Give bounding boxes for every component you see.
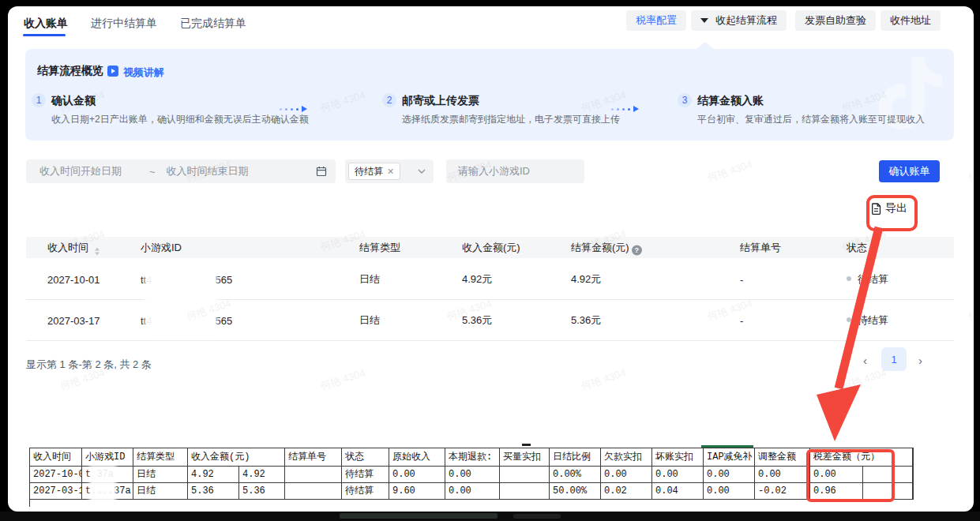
sheet-cell: 0.00% [550,467,601,483]
sheet-header-cell: 收入金额(元) [188,448,285,467]
status-select[interactable]: 待结算 ✕ [345,159,434,183]
cell-order-no: - [740,273,743,285]
sheet-cell: 待结算 [342,483,389,500]
sheet-cell [285,467,342,483]
collapse-flow-button[interactable]: 收起结算流程 [691,10,787,31]
cell-income-time: 2027-10-01 [47,273,100,285]
cell-income-amount: 4.92元 [462,272,492,287]
tab-bar: 收入账单 进行中结算单 已完成结算单 [24,17,246,31]
sheet-header-cell: 本期退款: [445,448,500,467]
confirm-bill-button[interactable]: 确认账单 [879,160,940,182]
sheet-cell: 9.60 [389,483,445,500]
watermark: 何艳 4304 [580,365,628,393]
sheet-edge-tick [29,500,30,507]
step2-number: 2 [382,93,396,107]
tab-inprogress-settlement[interactable]: 进行中结算单 [91,17,157,31]
calendar-icon[interactable] [316,166,327,177]
tax-diff-annotation-box [806,449,895,502]
tab-completed-settlement[interactable]: 已完成结算单 [180,17,246,31]
sheet-cell: 0.00 [755,467,810,483]
watermark: 何艳 4304 [319,365,367,393]
sheet-cell: 2027-10-01 [30,467,82,483]
watermark: 何艳 4304 [840,365,888,393]
status-tag: 待结算 ✕ [348,163,400,180]
cell-order-no: - [740,315,743,327]
date-separator: ~ [149,166,156,178]
cell-settle-amount: 5.36元 [571,313,601,328]
step2-title: 邮寄或上传发票 [402,94,479,108]
sheet-cell: 4.92 [239,467,285,483]
step1-number: 1 [32,93,46,107]
sort-icon[interactable] [95,247,100,255]
sheet-header-cell: 买量实扣 [500,448,550,467]
step1-desc: 收入日期+2日产出账单，确认明细和金额无误后主动确认金额 [51,113,309,126]
flow-arrow-2 [611,106,639,112]
taskbar [0,512,980,521]
sheet-cell: 0.00 [704,483,755,500]
sheet-header-cell: 坏账实扣 [652,448,704,467]
sheet-cell: 待结算 [342,467,389,483]
invoice-check-button[interactable]: 发票自助查验 [795,10,876,31]
sheet-cell: 4.92 [188,467,239,483]
tab-income-bill[interactable]: 收入账单 [24,17,68,31]
redaction-blur [147,267,215,335]
sheet-cell [500,483,550,500]
sheet-header-cell: 结算类型 [133,448,188,467]
cell-income-time: 2027-03-17 [47,315,100,327]
sheet-cell: 5.36 [188,483,239,500]
step3-desc: 平台初审、复审通过后，结算金额将入账至可提现收入 [697,113,925,126]
app-window: 收入账单 进行中结算单 已完成结算单 税率配置 收起结算流程 发票自助查验 收件… [8,6,974,512]
step2-desc: 选择纸质发票邮寄到指定地址，电子发票可直接上传 [402,113,620,126]
chevron-down-icon [418,169,426,174]
sheet-cell: 0.00 [445,483,500,500]
next-page-icon[interactable]: › [918,354,922,367]
col-game-id: 小游戏ID [141,241,182,255]
cell-settle-amount: 4.92元 [571,272,601,287]
status-tag-label: 待结算 [355,165,383,178]
active-tab-underline [23,34,66,36]
settlement-flow-panel: 结算流程概览 视频讲解 1 确认金额 收入日期+2日产出账单，确认明细和金额无误… [25,49,954,141]
date-range-input[interactable]: 收入时间开始日期 ~ 收入时间结束日期 [26,159,336,183]
panel-title: 结算流程概览 [37,64,103,78]
help-icon[interactable]: ? [632,245,642,255]
sheet-header-cell: 调整金额 [755,448,810,467]
sheet-cell: 日结 [133,483,188,500]
status-dot [847,317,851,322]
sheet-cell: 2027-03-17 [30,483,82,500]
sheet-header-cell: 小游戏ID [82,448,133,467]
step3-number: 3 [678,93,692,107]
sheet-header-cell: 日结比例 [550,448,601,467]
sheet-cell: 0.00 [445,467,500,483]
cell-settle-type: 日结 [359,272,380,287]
cell-status: 待结算 [847,313,888,328]
date-start-placeholder: 收入时间开始日期 [39,164,122,178]
excel-green-mark [701,445,753,448]
export-annotation-box [866,195,918,231]
sheet-header-cell: 收入时间 [30,448,82,467]
table-header: 收入时间 小游戏ID 结算类型 收入金额(元) 结算金额(元)? 结算单号 状态 [26,237,954,258]
sheet-cell: 0.00 [704,467,755,483]
sheet-header-cell: 状态 [342,448,389,467]
prev-page-icon[interactable]: ‹ [863,354,867,367]
sheet-header-cell: 原始收入 [389,448,445,467]
redaction-blur [92,467,114,500]
collapse-flow-label: 收起结算流程 [715,13,777,28]
sheet-cell: 0.00 [601,467,652,483]
cell-status: 待结算 [847,272,888,287]
sheet-cell: 日结 [133,467,188,483]
remove-tag-icon[interactable]: ✕ [387,167,394,177]
step3-title: 结算金额入账 [697,94,764,108]
panel-notch [697,42,714,49]
sheet-header-cell: 欠款实扣 [601,448,652,467]
tax-config-button[interactable]: 税率配置 [626,10,686,31]
watermark: 何艳 4304 [967,296,980,324]
sheet-cell [285,483,342,500]
sheet-header-cell: 结算单号 [285,448,342,467]
watermark: 何艳 4304 [706,157,754,185]
sheet-cell: 0.00 [652,467,704,483]
caret-down-icon [700,18,708,23]
sheet-cell: 0.02 [601,483,652,500]
mail-address-button[interactable]: 收件地址 [880,10,941,31]
sheet-cell: 5.36 [239,483,285,500]
video-guide-link[interactable]: 视频讲解 [123,66,164,80]
